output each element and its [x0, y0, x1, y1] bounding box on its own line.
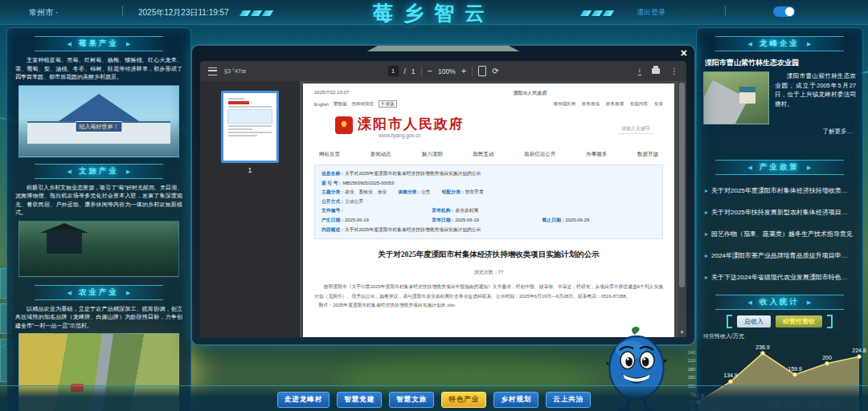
page-separator: / [403, 67, 405, 75]
rotate-icon[interactable]: ⟳ [492, 67, 498, 75]
arrow-right-icon[interactable]: ▶ [807, 41, 811, 47]
site-nav: 网站首页 要闻动态 魅力溧阳 政民互动 政府信息公开 办事服务 数据开放 [314, 151, 663, 158]
link-gov-wechat[interactable]: 政务微信 [582, 101, 600, 107]
bullet-icon: ▸ [705, 187, 708, 194]
enterprise-row: 溧阳市曹山紫竹林生态农业园，成立于2005年5月27日，位于上兴镇龙峰村委法司塘… [703, 71, 856, 124]
arrow-right-icon[interactable]: ▶ [807, 299, 811, 305]
svg-text:159.9: 159.9 [788, 366, 802, 372]
scroll-down-icon[interactable]: ▼ [678, 328, 686, 337]
arrow-right-icon[interactable]: ▶ [807, 165, 811, 170]
enterprise-description: 溧阳市曹山紫竹林生态农业园，成立于2005年5月27日，位于上兴镇龙峰村委法司塘… [769, 71, 856, 124]
arrow-left-icon[interactable]: ◀ [68, 41, 72, 47]
download-icon[interactable]: ↓ [638, 67, 642, 75]
gov-site-url: www.liyang.gov.cn [379, 132, 421, 138]
page-total: 1 [411, 67, 416, 75]
zoom-in-button[interactable]: + [461, 67, 466, 75]
link-accessibility[interactable]: 无障碍浏览 [352, 101, 375, 107]
header-divider [725, 6, 726, 17]
tab-operating-revenue[interactable]: 经营性营收 [776, 315, 822, 328]
site-top-links: English 繁體版 无障碍浏览 长者版 移动端应用 政务微信 政务微博 智能… [314, 100, 663, 108]
arrow-left-icon[interactable]: ◀ [748, 299, 752, 305]
section-header-income: ◀ 收入统计 ▶ [715, 295, 844, 310]
thumbnail-page-label: 1 [248, 166, 252, 174]
zoom-out-button[interactable]: − [428, 67, 432, 75]
page-thumbnail[interactable] [221, 91, 279, 163]
link-english[interactable]: English [314, 102, 329, 107]
site-nav-charm[interactable]: 魅力溧阳 [422, 151, 443, 158]
policy-item-text: 关于对2025年度溧阳市村集体经济扶持增收类… [711, 186, 848, 195]
arrow-left-icon[interactable]: ◀ [748, 165, 752, 170]
pdf-filename: §3·°47œ [224, 68, 246, 74]
site-nav-news[interactable]: 要闻动态 [371, 151, 391, 158]
site-nav-interaction[interactable]: 政民互动 [473, 151, 493, 158]
slash-decoration [582, 10, 612, 16]
pavilion-shape [47, 230, 82, 254]
nav-longfeng-village[interactable]: 走进龙峰村 [277, 392, 330, 408]
berry-photo: 陷入莓好世界！ [18, 85, 179, 157]
arrow-left-icon[interactable]: ◀ [748, 41, 752, 47]
document-meta-box: 信息名称：关于对2025年度溧阳市村集体经济扶持增收类项目实施计划的公示 索 引… [314, 165, 663, 239]
kebab-menu-icon[interactable]: ⋮ [670, 67, 678, 75]
link-mobile-app[interactable]: 移动端应用 [554, 101, 576, 107]
photo-caption: 陷入莓好世界！ [76, 121, 123, 132]
arrow-left-icon[interactable]: ◀ [68, 290, 72, 295]
menu-icon[interactable] [208, 67, 217, 75]
policy-item[interactable]: ▸关于对2025年扶持发展新型农村集体经济项目… [705, 208, 854, 217]
bullet-icon: ▸ [705, 274, 708, 281]
nav-village-planning[interactable]: 乡村规划 [493, 392, 538, 408]
link-gov-weibo[interactable]: 政务微博 [606, 101, 624, 107]
learn-more-link[interactable]: 了解更多… [706, 128, 853, 136]
site-header-title: 溧阳市人民政府 [513, 90, 547, 97]
nav-smart-party[interactable]: 智慧党建 [337, 392, 382, 408]
left-sidebar: ◀ 莓果产业 ▶ 主要种植蓝莓、黑莓、红树莓、杨梅、猕猴桃、红心火龙果、茶、葡萄… [6, 27, 191, 411]
site-nav-open-data[interactable]: 数据开放 [637, 151, 658, 158]
section-header-enterprise: ◀ 龙峰企业 ▶ [715, 36, 844, 51]
nav-featured-industry[interactable]: 特色产业 [441, 392, 486, 408]
attachment-link[interactable]: 附件：2025年度溧阳市村集体经济扶持增收类项目实施计划表.xlsx [314, 302, 663, 309]
fit-page-icon[interactable] [478, 66, 486, 76]
bracket-decoration [727, 315, 732, 328]
chart-y-axis-label: 经营性收入/万元 [703, 332, 862, 340]
arrow-left-icon[interactable]: ◀ [68, 169, 72, 174]
close-icon[interactable]: × [681, 47, 687, 59]
link-elder-mode[interactable]: 长者版 [379, 100, 397, 108]
section-header-berry: ◀ 莓果产业 ▶ [35, 36, 163, 51]
nav-smart-tourism[interactable]: 智慧文旅 [389, 392, 434, 408]
search-input[interactable]: 请输入关键字 [618, 125, 653, 134]
site-nav-services[interactable]: 办事服务 [586, 151, 607, 158]
arrow-right-icon[interactable]: ▶ [126, 169, 130, 174]
policy-item[interactable]: ▸关于对2025年度溧阳市村集体经济扶持增收类… [705, 186, 854, 195]
dashboard-root: 常州市 · 2025年12月23日11:19:57 莓乡智云 退出登录 ◀ 莓果… [0, 0, 868, 411]
nav-cloud-governance[interactable]: 云上共治 [546, 392, 591, 408]
theme-toggle[interactable] [773, 6, 795, 17]
policy-item-text: 2024年溧阳市茶产业品牌培育品质提升项目申… [711, 251, 848, 260]
site-nav-info-disclosure[interactable]: 政府信息公开 [524, 151, 555, 158]
document-body: 按照溧阳市《关于印发2025年溧阳市村集体经济扶持增收类项目申报指南的通知》文件… [314, 283, 663, 301]
print-icon[interactable] [652, 68, 660, 74]
scrollbar-thumb[interactable] [679, 83, 685, 287]
print-timestamp: 2025/7/22 15:07 [314, 90, 349, 95]
berry-industry-text: 主要种植蓝莓、黑莓、红树莓、杨梅、猕猴桃、红心火龙果、茶、葡萄、梨、油桃、冬枣、… [15, 56, 182, 82]
logout-link[interactable]: 退出登录 [637, 7, 665, 18]
link-traditional[interactable]: 繁體版 [334, 101, 347, 107]
page-number-input[interactable]: 1 [387, 66, 398, 76]
arrow-right-icon[interactable]: ▶ [126, 41, 130, 47]
tab-total-income[interactable]: 总收入 [737, 315, 771, 328]
policy-item[interactable]: ▸关于下达2024年省级现代农业发展溧阳市特色… [705, 273, 854, 282]
thumbnail-panel: 1 [200, 81, 300, 337]
pdf-toolbar-center: 1 / 1 − 100% + ⟳ [387, 66, 498, 76]
link-login[interactable]: 登录 [654, 101, 663, 107]
city-label[interactable]: 常州市 · [29, 7, 58, 18]
link-smart-qa[interactable]: 智能问答 [630, 101, 648, 107]
gov-site-title: 溧阳市人民政府 [358, 115, 465, 133]
arrow-right-icon[interactable]: ▶ [126, 290, 130, 295]
policy-item[interactable]: ▸2024年溧阳市茶产业品牌培育品质提升项目申… [705, 251, 854, 260]
hut-shape [739, 87, 755, 104]
policy-item[interactable]: ▸园艺作物（茄果、蔬菜类）越冬生产技术指导意见 [705, 230, 854, 238]
section-header-tourism: ◀ 文旅产业 ▶ [35, 164, 163, 179]
zoom-level: 100% [438, 67, 456, 75]
pdf-page-area: 2025/7/22 15:07 溧阳市人民政府 English 繁體版 无障碍浏… [300, 81, 678, 337]
site-nav-home[interactable]: 网站首页 [319, 151, 340, 158]
tourism-photo [18, 221, 179, 277]
pdf-scrollbar[interactable]: ▼ [678, 81, 686, 337]
